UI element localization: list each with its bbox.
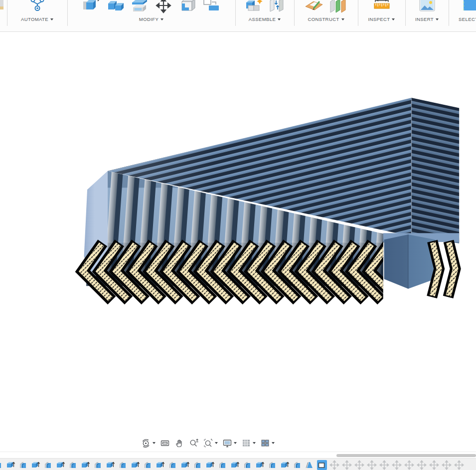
joint-button[interactable]: [265, 0, 288, 15]
timeline-feature-fillet[interactable]: [217, 460, 227, 470]
zoom-button[interactable]: [189, 438, 199, 448]
viewport-3d-model[interactable]: [0, 32, 476, 451]
chevron-down-icon: [436, 18, 439, 20]
automate-button[interactable]: [26, 0, 49, 15]
midplane-icon: [326, 0, 349, 13]
timeline-feature-fillet[interactable]: [0, 460, 3, 470]
fillet-feature-icon: [18, 460, 28, 470]
assemble-label: ASSEMBLE: [249, 16, 276, 22]
insert-image-button[interactable]: [416, 0, 439, 15]
fillet-feature-icon: [217, 460, 227, 470]
offset-plane-button[interactable]: [303, 0, 325, 15]
timeline-track: [0, 459, 476, 470]
timeline-feature-extrude[interactable]: [280, 460, 290, 470]
timeline-feature-fillet[interactable]: [167, 460, 177, 470]
model-viewport[interactable]: [0, 32, 476, 451]
look-at-button[interactable]: [160, 438, 170, 448]
timeline-feature-fillet[interactable]: [267, 460, 277, 470]
timeline-feature-move[interactable]: [329, 460, 339, 470]
chevron-down-icon: [272, 442, 275, 444]
modify-label: MODIFY: [139, 16, 159, 22]
move-feature-icon: [429, 460, 439, 470]
timeline-feature-move[interactable]: [417, 460, 427, 470]
fit-button[interactable]: [203, 438, 218, 448]
offset-plane-icon: [303, 0, 325, 13]
inspect-label: INSPECT: [368, 16, 390, 22]
timeline-feature-move[interactable]: [404, 460, 414, 470]
select-button[interactable]: [459, 0, 476, 15]
timeline-feature-extrude[interactable]: [5, 460, 15, 470]
combine-icon: [104, 0, 127, 13]
timeline-feature-extrude[interactable]: [230, 460, 240, 470]
modify-menu[interactable]: MODIFY: [67, 16, 235, 22]
timeline-feature-extrude[interactable]: [180, 460, 190, 470]
timeline-scrollbar-thumb[interactable]: [336, 454, 476, 457]
timeline-feature-move[interactable]: [342, 460, 352, 470]
timeline-feature-fillet[interactable]: [143, 460, 153, 470]
fillet-feature-icon: [143, 460, 153, 470]
move-feature-icon: [442, 460, 452, 470]
timeline-feature-extrude[interactable]: [30, 460, 40, 470]
measure-button[interactable]: [370, 0, 393, 15]
select-menu[interactable]: SELECT: [449, 16, 476, 22]
extrude-feature-icon: [5, 460, 15, 470]
orbit-button[interactable]: [141, 438, 156, 448]
layout-grid-button[interactable]: [241, 438, 256, 448]
automate-menu[interactable]: AUTOMATE: [7, 16, 67, 22]
timeline-feature-fillet[interactable]: [43, 460, 53, 470]
fillet-feature-icon: [68, 460, 78, 470]
timeline-feature-extrude[interactable]: [105, 460, 115, 470]
timeline-feature-extrude[interactable]: [155, 460, 165, 470]
timeline-feature-extrude[interactable]: [80, 460, 90, 470]
insert-menu[interactable]: INSERT: [405, 16, 449, 22]
toolbar-section-construct: CONSTRUCT: [294, 0, 358, 31]
timeline-feature-extrude[interactable]: [130, 460, 140, 470]
timeline-feature-move[interactable]: [454, 460, 464, 470]
joint-icon: [265, 0, 288, 13]
new-component-button[interactable]: [241, 0, 264, 15]
align-button[interactable]: [176, 0, 199, 15]
timeline-feature-extrude[interactable]: [55, 460, 65, 470]
chevron-down-icon: [341, 18, 344, 20]
timeline-feature-fillet[interactable]: [118, 460, 128, 470]
timeline-feature-fillet[interactable]: [242, 460, 252, 470]
extrude-feature-icon: [180, 460, 190, 470]
timeline-feature-fillet[interactable]: [192, 460, 202, 470]
chevron-down-icon: [278, 18, 281, 20]
extrude-feature-icon: [105, 460, 115, 470]
align-icon: [176, 0, 199, 13]
inspect-menu[interactable]: INSPECT: [358, 16, 405, 22]
new-component-icon: [241, 0, 264, 13]
replace-face-button[interactable]: [200, 0, 223, 15]
pan-button[interactable]: [174, 438, 184, 448]
timeline-feature-draft[interactable]: [305, 460, 315, 470]
look-at-icon: [160, 438, 170, 448]
timeline-feature-fillet[interactable]: [292, 460, 302, 470]
midplane-button[interactable]: [326, 0, 349, 15]
timeline-feature-move[interactable]: [392, 460, 402, 470]
timeline-feature-move[interactable]: [354, 460, 364, 470]
move-copy-button[interactable]: [152, 0, 175, 15]
timeline-feature-sketch[interactable]: [317, 460, 327, 470]
measure-icon: [370, 0, 393, 13]
timeline-feature-move[interactable]: [442, 460, 452, 470]
shell-button[interactable]: [128, 0, 151, 15]
toolbar-section-insert: INSERT: [405, 0, 449, 31]
toolbar-section-select: SELECT: [449, 0, 476, 31]
timeline-feature-fillet[interactable]: [93, 460, 103, 470]
timeline-feature-extrude[interactable]: [205, 460, 215, 470]
press-pull-button[interactable]: [80, 0, 103, 15]
viewports-button[interactable]: [260, 438, 275, 448]
timeline-feature-extrude[interactable]: [255, 460, 265, 470]
toolbar-section-automate: AUTOMATE: [7, 0, 67, 31]
timeline-feature-move[interactable]: [429, 460, 439, 470]
timeline-feature-move[interactable]: [367, 460, 377, 470]
timeline-feature-fillet[interactable]: [18, 460, 28, 470]
timeline-feature-move[interactable]: [379, 460, 389, 470]
extrude-feature-icon: [55, 460, 65, 470]
assemble-menu[interactable]: ASSEMBLE: [235, 16, 294, 22]
construct-menu[interactable]: CONSTRUCT: [294, 16, 358, 22]
display-settings-button[interactable]: [222, 438, 237, 448]
combine-button[interactable]: [104, 0, 127, 15]
timeline-feature-fillet[interactable]: [68, 460, 78, 470]
